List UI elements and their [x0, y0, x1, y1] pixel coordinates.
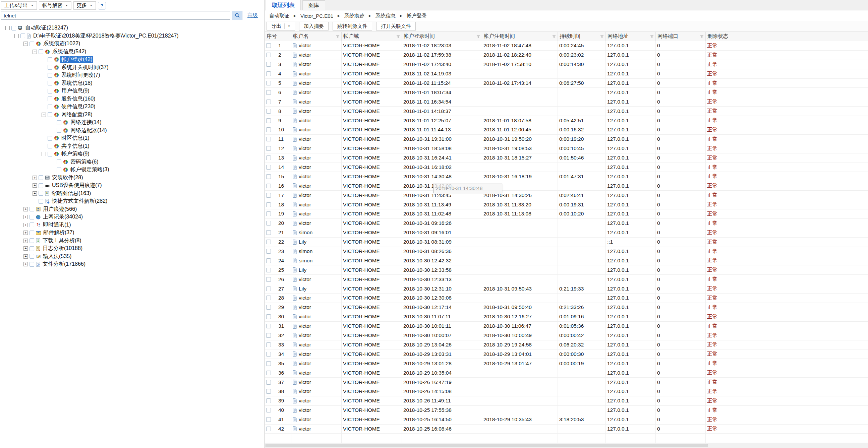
row-checkbox[interactable]	[266, 137, 271, 141]
expand-icon[interactable]: +	[24, 207, 28, 212]
table-row[interactable]: 12victorVICTOR-HOME2018-10-31 18:58:0820…	[265, 144, 868, 154]
row-checkbox[interactable]	[266, 295, 271, 300]
tree-checkbox[interactable]	[57, 128, 61, 133]
tree-node[interactable]: +安装软件(28)	[0, 174, 265, 182]
filter-icon[interactable]	[700, 35, 704, 38]
more-button[interactable]: 更多 ▼	[73, 1, 96, 10]
column-header[interactable]: 删除状态	[706, 32, 868, 41]
row-checkbox[interactable]	[266, 165, 271, 169]
expand-icon[interactable]: +	[33, 191, 37, 196]
table-row[interactable]: 13victorVICTOR-HOME2018-10-31 16:24:4120…	[265, 154, 868, 163]
column-header[interactable]: 持续时间	[558, 32, 606, 41]
tree-checkbox[interactable]	[38, 175, 43, 180]
table-row[interactable]: 29victorVICTOR-HOME2018-10-30 12:17:1420…	[265, 303, 868, 312]
tab-gallery[interactable]: 图库	[302, 0, 325, 10]
tree-node[interactable]: −D:\电子取证\2018美亚杯\2018资格赛\Victor_PC.E01(2…	[0, 32, 265, 40]
row-checkbox[interactable]	[266, 343, 271, 347]
collapse-icon[interactable]: −	[24, 41, 28, 46]
column-header[interactable]: 帐户登录时间	[402, 32, 482, 41]
expand-icon[interactable]: +	[33, 175, 37, 180]
tree-node[interactable]: +上网记录(34024)	[0, 213, 265, 221]
column-header[interactable]: 网络端口	[656, 32, 706, 41]
tree-checkbox[interactable]	[21, 33, 25, 38]
tree-checkbox[interactable]	[48, 152, 52, 157]
tree-node[interactable]: 系统开关机时间(37)	[0, 64, 265, 72]
tree-checkbox[interactable]	[30, 254, 34, 259]
tree-checkbox[interactable]	[30, 246, 34, 251]
tree-node[interactable]: −系统痕迹(1022)	[0, 40, 265, 48]
table-row[interactable]: 26victorVICTOR-HOME2018-10-30 12:33:1312…	[265, 275, 868, 284]
row-checkbox[interactable]	[266, 156, 271, 160]
tree-node[interactable]: −自动取证(218247)	[0, 24, 265, 32]
tree-checkbox[interactable]	[38, 191, 43, 196]
add-summary-button[interactable]: 加入摘要	[299, 22, 329, 31]
filter-icon[interactable]	[650, 35, 654, 38]
tree-node[interactable]: −帐户策略(9)	[0, 150, 265, 158]
table-row[interactable]: 35victorVICTOR-HOME2018-10-29 13:01:2820…	[265, 359, 868, 368]
column-header[interactable]: 序号	[265, 32, 291, 41]
tree-node[interactable]: 快捷方式文件解析(282)	[0, 197, 265, 205]
table-row[interactable]: 30victorVICTOR-HOME2018-10-30 11:07:1120…	[265, 312, 868, 322]
collapse-icon[interactable]: −	[33, 50, 37, 54]
tree-checkbox[interactable]	[30, 238, 34, 243]
tree-checkbox[interactable]	[30, 215, 34, 220]
collapse-icon[interactable]: −	[5, 26, 10, 30]
table-row[interactable]: 23simonVICTOR-HOME2018-10-31 08:26:36127…	[265, 247, 868, 256]
row-checkbox[interactable]	[266, 287, 271, 291]
tree-checkbox[interactable]	[30, 223, 34, 227]
row-checkbox[interactable]	[266, 193, 271, 198]
table-row[interactable]: 38victorVICTOR-HOME2018-10-26 14:15:0812…	[265, 387, 868, 396]
row-checkbox[interactable]	[266, 398, 271, 403]
row-checkbox[interactable]	[266, 277, 271, 282]
breadcrumb-item[interactable]: 自动取证	[269, 13, 289, 19]
row-checkbox[interactable]	[266, 268, 271, 273]
table-row[interactable]: 1victorVICTOR-HOME2018-11-02 18:23:03201…	[265, 41, 868, 51]
table-row[interactable]: 17victorVICTOR-HOME2018-10-31 11:43:4520…	[265, 191, 868, 200]
row-checkbox[interactable]	[266, 81, 271, 86]
row-checkbox[interactable]	[266, 146, 271, 151]
tree-node[interactable]: +缩略图信息(163)	[0, 190, 265, 198]
horizontal-scrollbar[interactable]	[265, 443, 868, 448]
export-button[interactable]: 导出 ▼	[267, 22, 295, 31]
table-row[interactable]: 24simonVICTOR-HOME2018-10-30 12:42:32127…	[265, 256, 868, 265]
tree-checkbox[interactable]	[30, 207, 34, 212]
tree-checkbox[interactable]	[48, 81, 52, 86]
row-checkbox[interactable]	[266, 371, 271, 375]
breadcrumb-item[interactable]: 帐户登录	[407, 13, 427, 19]
open-related-file-button[interactable]: 打开关联文件	[376, 22, 416, 31]
breadcrumb-item[interactable]: Victor_PC.E01	[301, 13, 333, 19]
table-row[interactable]: 25LilyVICTOR-HOME2018-10-30 12:33:58127.…	[265, 265, 868, 275]
table-row[interactable]: 21simonVICTOR-HOME2018-10-31 09:16:01127…	[265, 228, 868, 237]
row-checkbox[interactable]	[266, 184, 271, 188]
table-row[interactable]: 34victorVICTOR-HOME2018-10-29 13:03:3120…	[265, 350, 868, 359]
filter-icon[interactable]	[600, 35, 604, 38]
tree-node[interactable]: 时区信息(1)	[0, 134, 265, 142]
row-checkbox[interactable]	[266, 333, 271, 338]
tree-node[interactable]: +下载工具分析(8)	[0, 237, 265, 245]
search-input[interactable]	[1, 11, 230, 20]
table-row[interactable]: 37victorVICTOR-HOME2018-10-26 16:47:1912…	[265, 378, 868, 387]
scrollbar-thumb[interactable]	[266, 444, 708, 447]
row-checkbox[interactable]	[266, 417, 271, 422]
tree-node[interactable]: 系统信息(18)	[0, 79, 265, 88]
tree-checkbox[interactable]	[30, 41, 34, 46]
tree-node[interactable]: +日志分析(10188)	[0, 245, 265, 253]
row-checkbox[interactable]	[266, 389, 271, 394]
tree-node[interactable]: 密码策略(6)	[0, 158, 265, 166]
table-row[interactable]: 40victorVICTOR-HOME2018-10-25 17:55:3812…	[265, 406, 868, 415]
tree-checkbox[interactable]	[48, 65, 52, 70]
tree-node[interactable]: +文件分析(171866)	[0, 260, 265, 268]
tree-node[interactable]: 网络连接(14)	[0, 119, 265, 127]
row-checkbox[interactable]	[266, 212, 271, 216]
upload-export-button[interactable]: 上传&导出 ▼	[1, 1, 37, 10]
tree-node[interactable]: 帐户登录(42)	[0, 56, 265, 64]
tree-checkbox[interactable]	[48, 73, 52, 78]
row-checkbox[interactable]	[266, 118, 271, 123]
tree-node[interactable]: −网络配置(28)	[0, 111, 265, 119]
tree-node[interactable]: 网络适配器(14)	[0, 127, 265, 135]
tree-checkbox[interactable]	[48, 144, 52, 149]
tree-node[interactable]: −系统信息(542)	[0, 48, 265, 56]
tree-checkbox[interactable]	[30, 262, 34, 267]
table-row[interactable]: 18victorVICTOR-HOME2018-10-31 11:13:4920…	[265, 200, 868, 210]
table-row[interactable]: 36victorVICTOR-HOME2018-10-29 10:35:0412…	[265, 368, 868, 378]
